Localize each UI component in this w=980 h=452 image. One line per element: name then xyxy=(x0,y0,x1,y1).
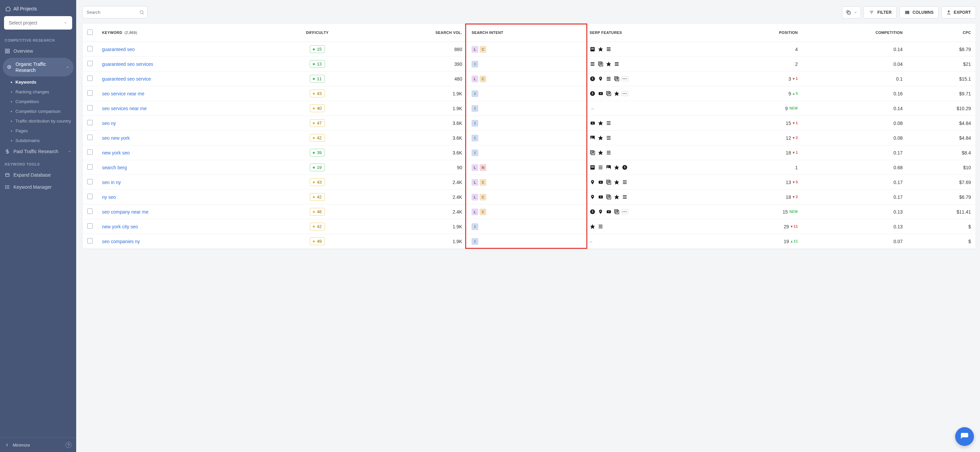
serp-list-icon xyxy=(606,135,612,141)
row-checkbox[interactable] xyxy=(87,120,92,125)
row-checkbox[interactable] xyxy=(87,194,92,199)
serp-localpack-icon xyxy=(590,165,596,171)
sidebar-sub-item[interactable]: Pages xyxy=(0,126,76,136)
copy-dropdown-button[interactable] xyxy=(842,6,861,19)
keyword-link[interactable]: seo companies ny xyxy=(102,239,140,244)
search-input[interactable] xyxy=(82,6,148,19)
keyword-link[interactable]: new york seo xyxy=(102,150,130,155)
search-vol-cell: 1.9K xyxy=(363,219,467,234)
more-icon[interactable]: ••• xyxy=(622,76,628,81)
keyword-link[interactable]: seo company near me xyxy=(102,209,149,215)
sidebar-sub-item[interactable]: Subdomains xyxy=(0,136,76,145)
svg-marker-27 xyxy=(598,47,603,51)
row-checkbox[interactable] xyxy=(87,238,92,243)
keyword-link[interactable]: guaranteed seo xyxy=(102,47,135,52)
serp-dollar-icon: $ xyxy=(590,91,596,97)
nav-organic-traffic[interactable]: Organic Traffic Research xyxy=(3,58,73,77)
intent-cell: I xyxy=(467,57,585,72)
col-search-vol[interactable]: SEARCH VOL. xyxy=(363,24,467,42)
col-position[interactable]: POSITION xyxy=(722,24,803,42)
row-checkbox[interactable] xyxy=(87,179,92,184)
row-checkbox[interactable] xyxy=(87,164,92,169)
position-cell: 18▾ 1 xyxy=(727,150,798,155)
competition-cell: 0.1 xyxy=(802,72,907,86)
bullet-icon xyxy=(11,81,12,83)
keyword-link[interactable]: guaranteed seo services xyxy=(102,61,153,67)
keyword-link[interactable]: seo in ny xyxy=(102,180,121,185)
serp-video-icon xyxy=(590,120,596,126)
row-checkbox[interactable] xyxy=(87,90,92,96)
select-all-checkbox[interactable] xyxy=(87,30,92,35)
chat-widget[interactable] xyxy=(955,427,974,446)
keyword-link[interactable]: search berg xyxy=(102,165,127,170)
nav-expand-db-label: Expand Database xyxy=(13,172,51,178)
col-keyword[interactable]: KEYWORD (2,869) xyxy=(97,24,271,42)
col-cpc[interactable]: CPC xyxy=(907,24,976,42)
sidebar-sub-item[interactable]: Ranking changes xyxy=(0,87,76,97)
row-checkbox[interactable] xyxy=(87,105,92,110)
cpc-cell: $6.79 xyxy=(907,190,976,204)
row-checkbox[interactable] xyxy=(87,223,92,229)
minimize-button[interactable]: Minimize ? xyxy=(0,438,76,452)
table-row: new york seo393.6KI?18▾ 10.17$8.4 xyxy=(83,145,976,160)
intent-badge-c: C xyxy=(480,179,486,186)
nav-expand-database[interactable]: Expand Database xyxy=(0,169,76,181)
serp-features-cell xyxy=(590,224,717,230)
row-checkbox[interactable] xyxy=(87,61,92,66)
svg-point-14 xyxy=(140,11,143,14)
more-icon[interactable]: ••• xyxy=(622,91,628,96)
more-icon[interactable]: ••• xyxy=(622,209,628,214)
serp-features-cell: – xyxy=(590,239,717,244)
keyword-link[interactable]: ny seo xyxy=(102,195,116,200)
export-button[interactable]: EXPORT xyxy=(942,6,976,19)
row-checkbox[interactable] xyxy=(87,135,92,140)
cpc-cell: $10.29 xyxy=(907,101,976,116)
cpc-cell: $8.4 xyxy=(907,145,976,160)
serp-faq-icon: ? xyxy=(598,61,604,67)
competition-cell: 0.08 xyxy=(802,116,907,131)
nav-keyword-manager[interactable]: Keyword Manager xyxy=(0,181,76,193)
col-search-intent[interactable]: SEARCH INTENT xyxy=(467,24,585,42)
sidebar-sub-item[interactable]: Traffic distribution by country xyxy=(0,116,76,126)
row-checkbox[interactable] xyxy=(87,46,92,51)
filter-button[interactable]: FILTER xyxy=(864,6,897,19)
svg-rect-20 xyxy=(905,11,907,14)
col-difficulty[interactable]: DIFFICULTY xyxy=(271,24,363,42)
keyword-link[interactable]: seo services near me xyxy=(102,106,147,111)
help-icon[interactable]: ? xyxy=(65,442,72,448)
row-checkbox[interactable] xyxy=(87,75,92,81)
col-serp-features[interactable]: SERP FEATURES xyxy=(585,24,722,42)
keyword-link[interactable]: seo ny xyxy=(102,121,116,126)
sidebar-sub-item[interactable]: Keywords xyxy=(0,77,76,87)
all-projects-link[interactable]: All Projects xyxy=(4,4,72,16)
position-cell: 13▾ 5 xyxy=(727,180,798,185)
col-competition[interactable]: COMPETITION xyxy=(802,24,907,42)
intent-badge-i: I xyxy=(471,238,478,245)
serp-list-icon xyxy=(590,61,596,67)
keyword-link[interactable]: guaranteed seo service xyxy=(102,76,151,81)
keyword-link[interactable]: new york city seo xyxy=(102,224,138,229)
nav-paid-traffic[interactable]: Paid Traffic Research xyxy=(0,145,76,158)
row-checkbox[interactable] xyxy=(87,149,92,155)
row-checkbox[interactable] xyxy=(87,209,92,214)
serp-image-icon xyxy=(606,165,612,171)
competition-cell: 0.13 xyxy=(802,204,907,219)
intent-badge-i: I xyxy=(471,105,478,112)
position-cell: 12▾ 2 xyxy=(727,135,798,141)
serp-faq-icon: ? xyxy=(614,76,620,82)
keyword-link[interactable]: seo service near me xyxy=(102,91,144,96)
difficulty-badge: 11 xyxy=(310,75,325,83)
difficulty-badge: 19 xyxy=(310,163,325,171)
serp-pin-icon xyxy=(590,194,596,200)
sidebar-sub-item[interactable]: Competitors xyxy=(0,97,76,107)
project-select[interactable]: Select project xyxy=(4,16,72,30)
columns-button[interactable]: COLUMNS xyxy=(899,6,939,19)
competition-cell: 0.68 xyxy=(802,160,907,175)
keyword-link[interactable]: seo new york xyxy=(102,135,130,141)
nav-overview[interactable]: Overview xyxy=(0,45,76,57)
sidebar-sub-item[interactable]: Competitor comparison xyxy=(0,107,76,116)
intent-badge-i: I xyxy=(471,61,478,67)
serp-dollar-icon: $ xyxy=(590,76,596,82)
export-icon xyxy=(947,10,951,15)
serp-features-cell: $?••• xyxy=(590,76,717,82)
